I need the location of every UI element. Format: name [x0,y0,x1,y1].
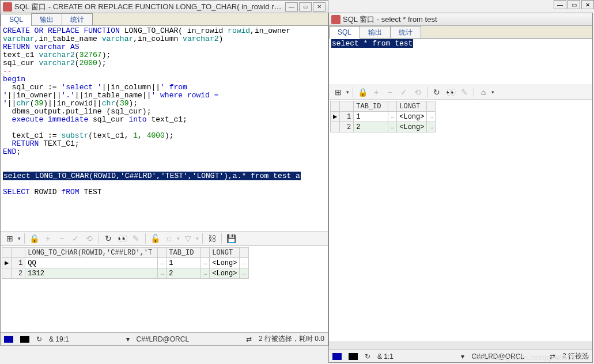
col-longt[interactable]: LONGT [210,248,240,258]
status-indicator-blue [332,353,342,360]
grid-header-row: TAB_ID LONGT [331,101,436,112]
tree-icon[interactable]: ⎌ [163,233,175,244]
window-icon [331,15,340,24]
tab-output[interactable]: 输出 [31,13,62,25]
status-pos-label: & 19:1 [49,335,69,343]
tab-sql[interactable]: SQL [329,26,360,39]
right-titlebar: SQL 窗口 - select * from test [329,13,592,26]
col-rownum [340,101,354,112]
undo-icon[interactable]: ⟲ [84,233,95,244]
plus-icon[interactable]: + [370,86,382,98]
refresh-icon[interactable]: ↻ [431,86,442,98]
left-titlebar: SQL 窗口 - CREATE OR REPLACE FUNCTION LONG… [1,1,328,13]
home-icon[interactable]: ⌂ [478,86,489,98]
grid-icon[interactable]: ⊞ [4,233,16,244]
maximize-button[interactable]: ▭ [299,2,312,12]
right-tabs: SQL 输出 统计 [329,26,592,39]
right-grid-toolbar: ⊞▾ 🔒 + − ✓ ⟲ ↻ 👀 ✎ ⌂▾ [329,85,592,100]
right-sql-editor[interactable]: select * from test [329,39,592,85]
close-button[interactable]: ✕ [313,2,326,12]
refresh-icon[interactable]: ↻ [365,352,370,361]
window-buttons: — ▭ ✕ [285,2,326,12]
right-sql-window: SQL 窗口 - select * from test SQL 输出 统计 se… [328,13,593,363]
minimize-button[interactable]: — [554,0,566,9]
col-sep3 [240,248,248,258]
outer-window-buttons: — ▭ ✕ [554,0,594,9]
col-longtochar[interactable]: LONG_TO_CHAR(ROWID,'C##LRD','T [25,248,158,258]
lock2-icon[interactable]: 🔓 [149,233,161,244]
col-sep2 [427,101,436,112]
save-icon[interactable]: 💾 [225,233,237,244]
table-row[interactable]: ▶ 1 QQ … 1 … <Long> … [2,258,249,268]
binoculars-icon[interactable]: 👀 [445,86,456,98]
plus-icon[interactable]: + [42,233,54,244]
minimize-button[interactable]: — [285,2,298,12]
tab-stats[interactable]: 统计 [390,26,421,38]
lock-icon[interactable]: 🔒 [28,233,40,244]
window-icon [3,2,12,12]
refresh-icon[interactable]: ↻ [103,233,114,244]
col-sep [388,101,397,112]
undo-icon[interactable]: ⟲ [412,86,423,98]
table-row[interactable]: 2 1312 … 2 … <Long> … [2,268,249,279]
status-pos-label: & 1:1 [377,352,394,361]
left-sql-window: SQL 窗口 - CREATE OR REPLACE FUNCTION LONG… [0,0,328,346]
grid-icon[interactable]: ⊞ [332,86,344,98]
check-icon[interactable]: ✓ [398,86,410,98]
left-sql-editor[interactable]: CREATE OR REPLACE FUNCTION LONG_TO_CHAR(… [1,26,328,231]
left-tabs: SQL 输出 统计 [1,13,328,26]
right-result-grid: TAB_ID LONGT ▶ 1 1 … <Long> … 2 2 [329,100,592,342]
col-rownum [12,248,25,258]
minus-icon[interactable]: − [56,233,67,244]
left-result-grid: LONG_TO_CHAR(ROWID,'C##LRD','T TAB_ID LO… [1,246,328,332]
status-indicator-black [349,353,358,360]
selected-query: select LONG_TO_CHAR(ROWID,'C##LRD','TEST… [3,172,301,180]
refresh-icon[interactable]: ↻ [36,335,42,343]
col-sep [158,248,167,258]
edit-icon[interactable]: ✎ [130,233,142,244]
status-message: 2 行被选择，耗时 0.0 [259,334,324,344]
grid-header-row: LONG_TO_CHAR(ROWID,'C##LRD','T TAB_ID LO… [2,248,249,258]
edit-icon[interactable]: ✎ [459,86,470,98]
lock-icon[interactable]: 🔒 [357,86,368,98]
left-grid-toolbar: ⊞▾ 🔒 + − ✓ ⟲ ↻ 👀 ✎ 🔓 ⎌▾ ▽▾ ⛓ 💾 [1,231,328,246]
col-longt[interactable]: LONGT [397,101,427,112]
minus-icon[interactable]: − [384,86,396,98]
left-statusbar: ↻ & 19:1 ▾ C##LRD@ORCL ⇄ 2 行被选择，耗时 0.0 [1,332,328,345]
tab-output[interactable]: 输出 [360,26,391,38]
tab-sql[interactable]: SQL [1,14,32,26]
horizontal-scrollbar[interactable] [329,342,592,350]
connection-label: C##LRD@ORCL [137,335,190,343]
col-tabid[interactable]: TAB_ID [167,248,201,258]
binoculars-icon[interactable]: 👀 [116,233,128,244]
tab-stats[interactable]: 统计 [62,13,93,25]
col-rowptr [331,101,340,112]
check-icon[interactable]: ✓ [70,233,81,244]
conn-dropdown-icon[interactable]: ▾ [126,335,130,343]
network-icon: ⇄ [246,335,252,343]
link-icon[interactable]: ⛓ [206,233,218,244]
table-row[interactable]: 2 2 … <Long> … [331,122,436,132]
status-indicator-blue [4,336,13,343]
right-title: SQL 窗口 - select * from test [343,14,590,25]
col-tabid[interactable]: TAB_ID [354,101,388,112]
col-rowptr [2,248,12,258]
close-button[interactable]: ✕ [581,0,594,9]
selected-query: select * from test [331,39,413,48]
maximize-button[interactable]: ▭ [567,0,580,9]
col-sep2 [201,248,210,258]
watermark: https://blog.csdn.net/qq_40665767 [474,353,589,362]
table-row[interactable]: ▶ 1 1 … <Long> … [331,112,436,122]
status-indicator-black [20,336,29,343]
left-title: SQL 窗口 - CREATE OR REPLACE FUNCTION LONG… [14,2,285,12]
conn-dropdown-icon[interactable]: ▾ [461,352,464,361]
filter-icon[interactable]: ▽ [182,233,194,244]
